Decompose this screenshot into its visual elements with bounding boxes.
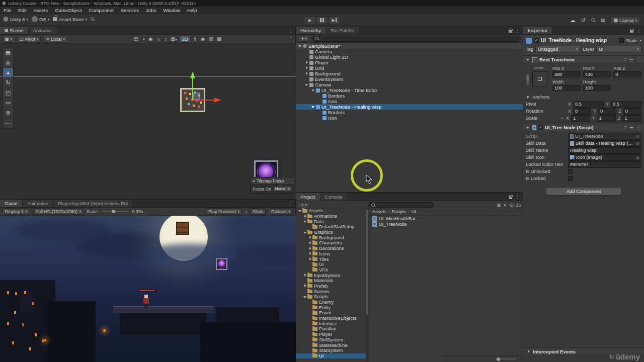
create-object-button[interactable]: +▾: [298, 36, 310, 42]
foldout-icon[interactable]: [298, 209, 302, 213]
focus-on-dropdown[interactable]: None▾: [273, 186, 292, 192]
asset-file-row[interactable]: #UI_MiniHealthBar: [369, 216, 523, 221]
display-dropdown[interactable]: Display 1▾: [3, 208, 30, 215]
hierarchy-item[interactable]: Canvas: [296, 82, 523, 87]
foldout-icon[interactable]: [304, 82, 309, 87]
add-component-button[interactable]: Add Component: [546, 187, 621, 196]
scale-x-field[interactable]: 1: [571, 115, 590, 122]
pos-z-field[interactable]: 0: [613, 71, 641, 77]
presets-icon[interactable]: ⚌: [629, 125, 633, 130]
foldout-icon[interactable]: [526, 95, 530, 100]
anchor-preset-button[interactable]: [532, 71, 547, 86]
rect-tool-button[interactable]: ▭: [3, 98, 13, 108]
hierarchy-menu-icon[interactable]: ⋮: [515, 28, 520, 33]
gizmos-dropdown[interactable]: Gizmos▾: [269, 208, 293, 215]
camera-preview-icon[interactable]: ◉: [201, 36, 205, 42]
hidden-packages-icon[interactable]: [509, 204, 514, 207]
hierarchy-item[interactable]: Background: [296, 71, 523, 76]
save-search-icon[interactable]: ★: [503, 203, 507, 208]
menu-component[interactable]: Component: [86, 7, 117, 14]
hierarchy-item[interactable]: EventSystem: [296, 76, 523, 82]
resolution-dropdown[interactable]: Full HD (1920x1080)▾: [33, 208, 84, 215]
folder-row[interactable]: InputSystem: [296, 273, 368, 278]
menu-window[interactable]: Window: [159, 7, 184, 14]
folder-row[interactable]: StateMachine: [296, 342, 368, 348]
folder-row[interactable]: DefaultStatSetup: [296, 224, 368, 230]
tab-tile-palette[interactable]: Tile Palette: [326, 27, 359, 34]
menu-file[interactable]: File: [0, 7, 15, 14]
hierarchy-item[interactable]: Global Light 2D: [296, 54, 523, 60]
script-object-field[interactable]: #UI_TreeNode◎: [568, 133, 641, 140]
pivot-y-field[interactable]: 0.5: [611, 101, 641, 108]
component-menu-icon[interactable]: ⋮: [636, 57, 641, 62]
hierarchy-item[interactable]: Grid: [296, 65, 523, 71]
is-unlocked-checkbox[interactable]: [568, 169, 573, 174]
mute-audio-icon[interactable]: ♪: [245, 209, 248, 214]
menu-help[interactable]: Help: [184, 7, 201, 14]
project-search-input[interactable]: [368, 202, 433, 208]
component-enabled-checkbox[interactable]: ✓: [538, 125, 543, 130]
foldout-icon[interactable]: [303, 295, 307, 299]
active-checkbox[interactable]: ✓: [534, 38, 539, 43]
help-icon[interactable]: ?: [624, 57, 626, 62]
tab-hierarchy[interactable]: Hierarchy: [296, 27, 326, 34]
breadcrumb-assets[interactable]: Assets: [372, 209, 386, 214]
folder-row[interactable]: SkillSystem: [296, 337, 368, 343]
undo-history-icon[interactable]: ↺: [581, 17, 586, 24]
transform-tool-button[interactable]: ⊕: [3, 108, 13, 118]
hierarchy-item[interactable]: Icon: [296, 99, 523, 104]
script-component-header[interactable]: # ✓ UI_Tree Node (Script) ?⚌⋮: [523, 124, 644, 131]
lock-icon[interactable]: [630, 30, 633, 33]
folder-row[interactable]: Data: [296, 219, 368, 224]
menu-edit[interactable]: Edit: [15, 7, 30, 14]
skill-data-object-field[interactable]: Skill data - Healing wisp (Skill◎: [568, 140, 641, 147]
is-locked-checkbox[interactable]: [568, 176, 573, 181]
static-checkbox[interactable]: [619, 38, 624, 43]
breadcrumb-ui[interactable]: UI: [412, 209, 416, 214]
height-field[interactable]: 100: [583, 85, 611, 91]
tab-console[interactable]: Console: [320, 193, 348, 201]
view-tool-button[interactable]: ▦: [3, 48, 13, 58]
folder-row[interactable]: Prefab: [296, 284, 368, 289]
scale-y-field[interactable]: 1: [597, 115, 616, 122]
foldout-icon[interactable]: [304, 60, 309, 65]
rotation-x-field[interactable]: 0: [573, 108, 591, 115]
gizmo-visibility-icon[interactable]: ↯: [193, 36, 197, 42]
tab-animator[interactable]: Animator: [29, 27, 57, 34]
folder-row-selected[interactable]: UI: [296, 353, 368, 359]
folder-row[interactable]: InteractiveObjects: [296, 316, 368, 321]
folder-row[interactable]: Animations: [296, 214, 368, 219]
scale-tool-button[interactable]: ◰: [3, 88, 13, 98]
folder-row[interactable]: Enemy: [296, 300, 368, 305]
camera-icon[interactable]: ◉: [148, 36, 153, 42]
object-picker-icon[interactable]: ◎: [636, 155, 639, 160]
hierarchy-search-input[interactable]: [312, 36, 521, 42]
selected-skill-node-sprite[interactable]: [180, 88, 205, 112]
foldout-icon[interactable]: [304, 71, 309, 76]
menu-services[interactable]: Services: [117, 7, 142, 14]
hierarchy-item[interactable]: SampleScene*: [296, 43, 523, 49]
tab-animation[interactable]: Animation: [23, 200, 53, 207]
scale-slider-thumb[interactable]: [112, 210, 115, 213]
search-icon[interactable]: [91, 17, 95, 21]
foldout-icon[interactable]: [298, 44, 302, 48]
foldout-icon[interactable]: [526, 349, 531, 354]
pivot-mode-dropdown[interactable]: ◳Pivot▾: [17, 36, 41, 43]
rect-transform-header[interactable]: Rect Transform ?⚌⋮: [523, 56, 644, 63]
folder-row[interactable]: Graphics: [296, 230, 368, 235]
foldout-icon[interactable]: [311, 105, 315, 109]
layout-dropdown[interactable]: ▦Layout▾: [610, 16, 640, 24]
menu-gameobject[interactable]: GameObject: [51, 7, 85, 14]
search-by-type-icon[interactable]: ▣: [497, 203, 501, 208]
hierarchy-item-selected[interactable]: UI_TreeNode - Healing wisp: [296, 104, 523, 110]
hierarchy-item[interactable]: Camera: [296, 49, 523, 54]
skill-name-field[interactable]: Healing wisp: [568, 147, 641, 154]
lock-icon[interactable]: [509, 197, 512, 199]
help-icon[interactable]: ?: [624, 125, 626, 130]
2d-toggle-button[interactable]: 2D: [180, 36, 191, 43]
foldout-icon[interactable]: [526, 57, 530, 62]
game-panel-menu-icon[interactable]: ⋮: [288, 201, 293, 207]
create-asset-button[interactable]: +▾: [298, 202, 310, 208]
shaded-mode-icon[interactable]: ▤: [134, 36, 138, 42]
unity-version-button[interactable]: Unity 6▾: [3, 17, 28, 22]
